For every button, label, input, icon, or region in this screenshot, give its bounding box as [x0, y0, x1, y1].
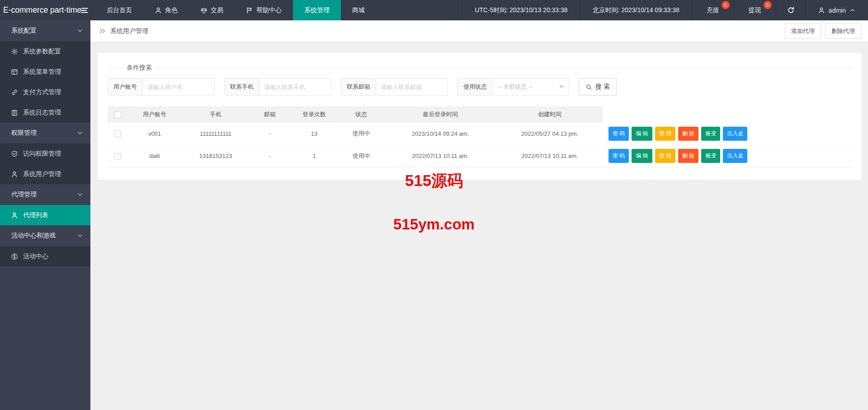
cell-last_login: 2023/10/14 09:24 am.	[384, 123, 497, 145]
select-caret-icon	[559, 86, 564, 88]
nav-item-label: 交易	[211, 6, 223, 14]
row-action-delete[interactable]: 删 除	[678, 127, 698, 141]
row-checkbox[interactable]	[114, 130, 121, 137]
row-action-password[interactable]: 密 码	[609, 127, 629, 141]
sidebar-item-label: 系统用户管理	[23, 170, 61, 178]
search-group-email: 联系邮箱	[341, 78, 448, 95]
sidebar-toggle-button[interactable]	[74, 0, 95, 20]
withdraw-button[interactable]: 提现 0	[734, 0, 776, 20]
row-action-password[interactable]: 密 码	[609, 149, 629, 163]
status-filter-label: 使用状态	[458, 79, 493, 95]
username: admin	[829, 7, 846, 14]
table-row: v00111111111111-13使用中2023/10/14 09:24 am…	[108, 123, 851, 145]
search-input-account[interactable]	[143, 79, 214, 95]
search-button[interactable]: 搜 索	[579, 78, 617, 95]
utc-time: UTC-5时间: 2023/10/13 20:33:38	[462, 0, 580, 20]
nav-item-label: 帮助中心	[256, 6, 282, 14]
recharge-label: 充值	[707, 6, 719, 14]
add-agent-button[interactable]: 添加代理	[785, 24, 821, 39]
main-area: 系统用户管理 添加代理 删除代理 条件搜索 用户账号联系手机联系邮箱 使用状态 …	[90, 20, 868, 410]
column-header: 邮箱	[250, 106, 290, 123]
row-action-account-change[interactable]: 账变	[701, 149, 720, 163]
nav-item-trade[interactable]: 交易	[189, 0, 235, 20]
cell-created: 2022/07/13 10:11 am.	[497, 145, 603, 167]
row-action-funds[interactable]: 出入金	[723, 127, 747, 141]
nav-item-system[interactable]: 系统管理	[293, 0, 341, 20]
sidebar-section-system-config[interactable]: 系统配置	[0, 20, 90, 41]
sidebar-section-agent[interactable]: 代理管理	[0, 184, 90, 205]
sidebar-item-system-user[interactable]: 系统用户管理	[0, 164, 90, 184]
sidebar-section-permission[interactable]: 权限管理	[0, 123, 90, 143]
chevron-up-icon	[849, 7, 855, 13]
nav-item-role[interactable]: 角色	[143, 0, 189, 20]
sidebar-section-label: 活动中心和游戏	[11, 232, 56, 240]
row-action-delete[interactable]: 删 除	[678, 149, 698, 163]
cell-last_login: 2022/07/13 10:11 am.	[384, 145, 497, 167]
watermark-line2: 515ym.com	[393, 216, 475, 233]
search-input-email[interactable]	[376, 79, 448, 95]
sidebar-item-system-params[interactable]: 系统参数配置	[0, 41, 90, 62]
row-action-edit[interactable]: 编 辑	[632, 127, 652, 141]
sidebar-section-items: 活动中心	[0, 246, 90, 267]
nav-item-mall[interactable]: 商城	[341, 0, 376, 20]
delete-agent-button[interactable]: 删除代理	[825, 24, 861, 39]
cell-logins: 1	[290, 145, 339, 167]
hamburger-icon	[80, 6, 89, 14]
column-header: 状态	[339, 106, 384, 123]
breadcrumb: 系统用户管理	[99, 27, 148, 35]
sidebar-item-payment-method[interactable]: 支付方式管理	[0, 82, 90, 102]
cell-checkbox	[108, 145, 128, 167]
flag-icon	[246, 7, 253, 14]
row-action-funds[interactable]: 出入金	[723, 149, 747, 163]
cell-account: daili	[128, 145, 181, 167]
search-group-phone: 联系手机	[224, 78, 331, 95]
sidebar-item-system-log[interactable]: 系统日志管理	[0, 102, 90, 123]
top-navbar: E-commerce part-time 后台首页角色交易帮助中心系统管理商城 …	[0, 0, 868, 20]
sidebar-item-agent-list[interactable]: 代理列表	[0, 205, 90, 225]
table-header-row: 用户账号手机邮箱登录次数状态最后登录时间创建时间	[108, 106, 851, 123]
sidebar-item-label: 系统参数配置	[23, 48, 61, 56]
column-header: 手机	[181, 106, 250, 123]
row-action-account-change[interactable]: 账变	[701, 127, 720, 141]
row-action-disable[interactable]: 禁 用	[655, 149, 675, 163]
cell-status: 使用中	[339, 145, 384, 167]
status-filter-group: 使用状态 -- 全部状态 --	[458, 78, 569, 95]
sidebar-item-access-permission[interactable]: 访问权限管理	[0, 143, 90, 164]
withdraw-badge: 0	[764, 1, 772, 9]
row-checkbox[interactable]	[114, 153, 121, 160]
table-row: daili1318153123-1使用中2022/07/13 10:11 am.…	[108, 145, 851, 167]
nav-item-help[interactable]: 帮助中心	[235, 0, 293, 20]
column-header: 用户账号	[128, 106, 181, 123]
app-logo: E-commerce part-time	[0, 0, 74, 20]
search-input-phone[interactable]	[259, 79, 331, 95]
search-button-label: 搜 索	[595, 83, 610, 91]
recharge-button[interactable]: 充值 0	[692, 0, 734, 20]
chevron-down-icon	[77, 28, 83, 34]
cell-phone: 11111111111	[181, 123, 250, 145]
sidebar-item-label: 访问权限管理	[23, 150, 61, 158]
row-action-disable[interactable]: 禁 用	[655, 127, 675, 141]
window-icon	[11, 68, 18, 76]
user-icon	[818, 7, 825, 14]
sidebar-section-items: 代理列表	[0, 205, 90, 225]
refresh-button[interactable]	[776, 0, 806, 20]
dollar-icon	[11, 253, 18, 260]
col-checkbox	[108, 106, 128, 123]
chevron-down-icon	[77, 130, 83, 136]
page-title: 系统用户管理	[110, 27, 148, 35]
column-header: 登录次数	[290, 106, 339, 123]
status-select[interactable]: -- 全部状态 --	[493, 79, 569, 95]
sidebar-item-activity-center[interactable]: 活动中心	[0, 246, 90, 267]
select-all-checkbox[interactable]	[114, 111, 121, 118]
withdraw-label: 提现	[749, 6, 761, 14]
row-action-edit[interactable]: 编 辑	[632, 149, 652, 163]
sidebar-item-system-menu[interactable]: 系统菜单管理	[0, 62, 90, 82]
search-label-account: 用户账号	[108, 79, 143, 95]
chevron-down-icon	[77, 233, 83, 239]
sidebar-section-items: 系统参数配置系统菜单管理支付方式管理系统日志管理	[0, 41, 90, 123]
nav-item-home[interactable]: 后台首页	[95, 0, 143, 20]
card: 条件搜索 用户账号联系手机联系邮箱 使用状态 -- 全部状态 --	[98, 53, 861, 180]
clipboard-icon	[11, 109, 18, 116]
user-menu[interactable]: admin	[806, 0, 868, 20]
sidebar-section-activity[interactable]: 活动中心和游戏	[0, 225, 90, 246]
